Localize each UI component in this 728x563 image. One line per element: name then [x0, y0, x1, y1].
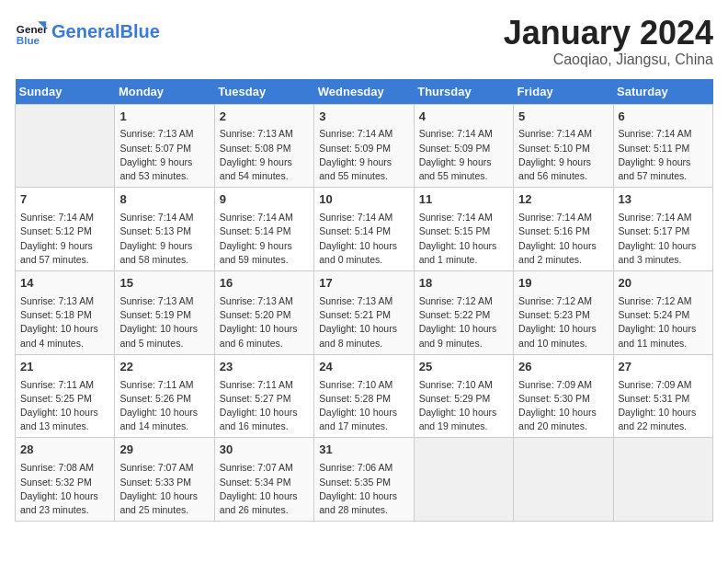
day-number: 12 — [518, 191, 608, 209]
day-info: Sunrise: 7:13 AM Sunset: 5:07 PM Dayligh… — [119, 127, 209, 183]
day-info: Sunrise: 7:09 AM Sunset: 5:31 PM Dayligh… — [619, 378, 708, 434]
calendar-cell: 22Sunrise: 7:11 AM Sunset: 5:26 PM Dayli… — [115, 354, 214, 438]
day-number: 11 — [419, 191, 508, 209]
calendar-cell — [613, 438, 712, 522]
day-info: Sunrise: 7:08 AM Sunset: 5:32 PM Dayligh… — [20, 461, 109, 517]
calendar-cell: 24Sunrise: 7:10 AM Sunset: 5:28 PM Dayli… — [314, 354, 414, 438]
day-info: Sunrise: 7:14 AM Sunset: 5:09 PM Dayligh… — [419, 127, 508, 183]
calendar-cell: 9Sunrise: 7:14 AM Sunset: 5:14 PM Daylig… — [214, 188, 313, 271]
day-info: Sunrise: 7:13 AM Sunset: 5:08 PM Dayligh… — [220, 127, 309, 183]
day-number: 6 — [619, 109, 708, 126]
day-number: 18 — [419, 275, 508, 293]
day-info: Sunrise: 7:12 AM Sunset: 5:22 PM Dayligh… — [419, 294, 508, 350]
day-of-week-header: Sunday — [16, 79, 115, 105]
calendar-cell — [514, 438, 613, 522]
day-number: 3 — [319, 109, 408, 126]
calendar-cell — [16, 104, 115, 188]
day-info: Sunrise: 7:14 AM Sunset: 5:09 PM Dayligh… — [319, 127, 408, 183]
calendar-cell: 3Sunrise: 7:14 AM Sunset: 5:09 PM Daylig… — [314, 104, 414, 188]
day-number: 20 — [619, 275, 708, 293]
day-number: 14 — [20, 275, 109, 293]
day-number: 29 — [119, 442, 209, 459]
calendar-week-row: 14Sunrise: 7:13 AM Sunset: 5:18 PM Dayli… — [16, 271, 713, 355]
day-info: Sunrise: 7:11 AM Sunset: 5:27 PM Dayligh… — [220, 378, 309, 434]
day-number: 5 — [518, 109, 608, 126]
day-number: 13 — [619, 191, 708, 209]
day-of-week-header: Tuesday — [214, 79, 313, 105]
calendar-cell: 5Sunrise: 7:14 AM Sunset: 5:10 PM Daylig… — [514, 104, 613, 188]
calendar-cell: 1Sunrise: 7:13 AM Sunset: 5:07 PM Daylig… — [115, 104, 214, 188]
day-of-week-header: Monday — [115, 79, 214, 105]
day-number: 1 — [119, 109, 209, 126]
day-info: Sunrise: 7:14 AM Sunset: 5:14 PM Dayligh… — [319, 211, 408, 267]
day-info: Sunrise: 7:07 AM Sunset: 5:34 PM Dayligh… — [220, 461, 309, 517]
day-number: 4 — [419, 109, 508, 126]
day-of-week-header: Friday — [514, 79, 613, 105]
calendar-cell: 11Sunrise: 7:14 AM Sunset: 5:15 PM Dayli… — [414, 188, 513, 271]
calendar-cell: 29Sunrise: 7:07 AM Sunset: 5:33 PM Dayli… — [115, 438, 214, 522]
calendar-cell: 6Sunrise: 7:14 AM Sunset: 5:11 PM Daylig… — [613, 104, 712, 188]
calendar-cell: 19Sunrise: 7:12 AM Sunset: 5:23 PM Dayli… — [514, 271, 613, 355]
day-info: Sunrise: 7:14 AM Sunset: 5:12 PM Dayligh… — [20, 211, 109, 267]
calendar-cell: 25Sunrise: 7:10 AM Sunset: 5:29 PM Dayli… — [414, 354, 513, 438]
day-number: 22 — [119, 359, 209, 376]
day-number: 23 — [220, 359, 309, 376]
day-info: Sunrise: 7:14 AM Sunset: 5:15 PM Dayligh… — [419, 211, 508, 267]
day-number: 10 — [319, 191, 408, 209]
day-info: Sunrise: 7:06 AM Sunset: 5:35 PM Dayligh… — [319, 461, 408, 517]
logo-blue: Blue — [119, 21, 159, 41]
calendar-cell — [414, 438, 513, 522]
calendar-cell: 7Sunrise: 7:14 AM Sunset: 5:12 PM Daylig… — [16, 188, 115, 271]
logo-text: GeneralBlue — [51, 22, 160, 40]
calendar-cell: 18Sunrise: 7:12 AM Sunset: 5:22 PM Dayli… — [414, 271, 513, 355]
calendar-table: SundayMondayTuesdayWednesdayThursdayFrid… — [15, 79, 713, 523]
day-info: Sunrise: 7:13 AM Sunset: 5:20 PM Dayligh… — [220, 294, 309, 350]
day-number: 24 — [319, 359, 408, 376]
calendar-cell: 27Sunrise: 7:09 AM Sunset: 5:31 PM Dayli… — [613, 354, 712, 438]
day-number: 31 — [319, 442, 408, 459]
calendar-week-row: 28Sunrise: 7:08 AM Sunset: 5:32 PM Dayli… — [16, 438, 713, 522]
calendar-week-row: 7Sunrise: 7:14 AM Sunset: 5:12 PM Daylig… — [16, 188, 713, 271]
title-block: January 2024 Caoqiao, Jiangsu, China — [504, 15, 713, 68]
logo-icon: General Blue — [15, 15, 48, 48]
day-of-week-header: Saturday — [613, 79, 712, 105]
day-info: Sunrise: 7:14 AM Sunset: 5:13 PM Dayligh… — [119, 211, 209, 267]
calendar-cell: 21Sunrise: 7:11 AM Sunset: 5:25 PM Dayli… — [16, 354, 115, 438]
day-number: 17 — [319, 275, 408, 293]
calendar-cell: 8Sunrise: 7:14 AM Sunset: 5:13 PM Daylig… — [115, 188, 214, 271]
day-number: 16 — [220, 275, 309, 293]
month-title: January 2024 — [504, 15, 713, 52]
calendar-week-row: 1Sunrise: 7:13 AM Sunset: 5:07 PM Daylig… — [16, 104, 713, 188]
calendar-cell: 30Sunrise: 7:07 AM Sunset: 5:34 PM Dayli… — [214, 438, 313, 522]
day-info: Sunrise: 7:13 AM Sunset: 5:19 PM Dayligh… — [119, 294, 209, 350]
calendar-cell: 12Sunrise: 7:14 AM Sunset: 5:16 PM Dayli… — [514, 188, 613, 271]
calendar-cell: 4Sunrise: 7:14 AM Sunset: 5:09 PM Daylig… — [414, 104, 513, 188]
day-number: 9 — [220, 191, 309, 209]
day-number: 2 — [220, 109, 309, 126]
page-header: General Blue GeneralBlue January 2024 Ca… — [15, 15, 713, 68]
svg-text:Blue: Blue — [17, 34, 40, 46]
calendar-cell: 2Sunrise: 7:13 AM Sunset: 5:08 PM Daylig… — [214, 104, 313, 188]
calendar-cell: 28Sunrise: 7:08 AM Sunset: 5:32 PM Dayli… — [16, 438, 115, 522]
calendar-cell: 31Sunrise: 7:06 AM Sunset: 5:35 PM Dayli… — [314, 438, 414, 522]
day-info: Sunrise: 7:10 AM Sunset: 5:29 PM Dayligh… — [419, 378, 508, 434]
day-of-week-header: Wednesday — [314, 79, 414, 105]
calendar-cell: 17Sunrise: 7:13 AM Sunset: 5:21 PM Dayli… — [314, 271, 414, 355]
day-number: 28 — [20, 442, 109, 459]
day-number: 19 — [518, 275, 608, 293]
day-info: Sunrise: 7:11 AM Sunset: 5:26 PM Dayligh… — [119, 378, 209, 434]
day-info: Sunrise: 7:14 AM Sunset: 5:16 PM Dayligh… — [518, 211, 608, 267]
location: Caoqiao, Jiangsu, China — [504, 52, 713, 68]
calendar-cell: 15Sunrise: 7:13 AM Sunset: 5:19 PM Dayli… — [115, 271, 214, 355]
calendar-cell: 10Sunrise: 7:14 AM Sunset: 5:14 PM Dayli… — [314, 188, 414, 271]
calendar-cell: 23Sunrise: 7:11 AM Sunset: 5:27 PM Dayli… — [214, 354, 313, 438]
day-info: Sunrise: 7:14 AM Sunset: 5:11 PM Dayligh… — [619, 127, 708, 183]
day-number: 25 — [419, 359, 508, 376]
calendar-cell: 26Sunrise: 7:09 AM Sunset: 5:30 PM Dayli… — [514, 354, 613, 438]
day-info: Sunrise: 7:13 AM Sunset: 5:21 PM Dayligh… — [319, 294, 408, 350]
day-info: Sunrise: 7:07 AM Sunset: 5:33 PM Dayligh… — [119, 461, 209, 517]
logo: General Blue GeneralBlue — [15, 15, 160, 48]
day-of-week-header: Thursday — [414, 79, 513, 105]
calendar-cell: 14Sunrise: 7:13 AM Sunset: 5:18 PM Dayli… — [16, 271, 115, 355]
day-info: Sunrise: 7:14 AM Sunset: 5:14 PM Dayligh… — [220, 211, 309, 267]
